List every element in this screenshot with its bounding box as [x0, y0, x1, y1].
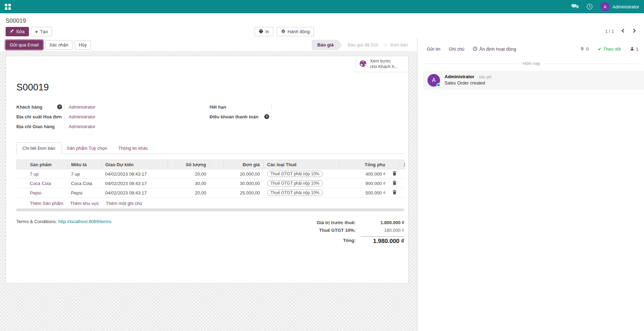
action-button[interactable]: Hành động: [277, 27, 314, 36]
product-link[interactable]: Coca Cola: [30, 181, 51, 186]
message-author: Administrator: [445, 74, 474, 79]
tab-optional-products[interactable]: Sản phẩm Tuỳ chọn: [61, 143, 113, 154]
field-invoice-address: Địa chỉ xuất Hoá đơn Administrator: [16, 112, 210, 122]
help-icon: ?: [57, 104, 62, 109]
col-taxes: Các loại Thuế: [264, 160, 340, 169]
col-description: Miêu tả: [68, 160, 102, 169]
apps-menu-icon[interactable]: [5, 4, 11, 10]
form-background: Xem trước cho Khách h... S00019 Khách hà…: [0, 52, 417, 331]
create-button[interactable]: + Tạo: [31, 27, 52, 36]
user-avatar: A: [600, 2, 609, 11]
add-product-link[interactable]: Thêm Sản phẩm: [30, 201, 63, 206]
attachment-count: 0: [586, 46, 589, 52]
total-value: 1.980.000 ₫: [361, 236, 404, 245]
control-panel: S00019 Sửa + Tạo In Hành động 1 / 1: [0, 13, 644, 38]
field-expiration: Hết hạn: [210, 102, 403, 112]
field-payment-terms: Điều khoản thanh toán?: [210, 112, 403, 122]
delete-line-icon[interactable]: [389, 169, 399, 179]
message-avatar: A: [427, 74, 440, 87]
paperclip-icon: [580, 46, 584, 52]
person-icon: [630, 46, 634, 52]
col-delivery: Giao Dự kiến: [102, 160, 168, 169]
order-line-row[interactable]: 7 up 7 up 04/02/2023 08:43:17 20,00 20.0…: [17, 169, 404, 179]
edit-button[interactable]: Sửa: [6, 27, 29, 36]
add-section-link[interactable]: Thêm khu vực: [70, 201, 99, 206]
user-menu[interactable]: A Administrator: [600, 2, 639, 11]
online-status-dot: [437, 83, 440, 87]
chatter-message[interactable]: A Administrator - bây giờ Sales Order cr…: [423, 71, 644, 90]
tax-badge: Thuế GTGT phải nộp 10%: [267, 180, 323, 186]
notebook-tabs: Chi tiết Đơn bán Sản phẩm Tuỳ chọn Thông…: [16, 142, 403, 154]
pager-previous-icon[interactable]: [621, 28, 625, 34]
col-unit-price: Đơn giá: [224, 160, 264, 169]
check-icon: ✔: [598, 46, 601, 52]
chatter-toolbar: Gửi tin Ghi chú Ấn định hoạt động 0 ✔ Th…: [417, 38, 644, 56]
top-navbar: A Administrator: [0, 0, 644, 13]
help-icon: ?: [264, 114, 269, 119]
field-delivery-address: Địa chỉ Giao hàng Administrator: [16, 122, 210, 131]
pager: 1 / 1: [605, 28, 636, 34]
schedule-activity-button[interactable]: Ấn định hoạt động: [473, 46, 516, 52]
follower-count: 1: [636, 46, 638, 52]
globe-icon: [359, 60, 367, 68]
chatter-panel: Gửi tin Ghi chú Ấn định hoạt động 0 ✔ Th…: [417, 38, 644, 331]
order-title: S00019: [16, 82, 403, 93]
delivery-address-link[interactable]: Administrator: [65, 124, 96, 129]
col-qty: Số lượng: [168, 160, 210, 169]
stage-pipeline: Báo giá Báo giá đã Gửi Đơn bán: [312, 40, 414, 50]
sales-order-sheet: Xem trước cho Khách h... S00019 Khách hà…: [6, 56, 409, 284]
col-delete: [389, 160, 399, 169]
stage-quotation[interactable]: Báo giá: [312, 40, 342, 50]
breadcrumb: S00019: [6, 17, 26, 24]
field-customer: Khách hàng? Administrator: [16, 102, 210, 112]
date-divider: Hôm nay: [424, 61, 639, 66]
table-horizontal-scrollbar[interactable]: [16, 208, 404, 211]
gear-icon: [281, 29, 286, 35]
customer-preview-button[interactable]: Xem trước cho Khách h...: [355, 56, 408, 72]
optional-columns-icon[interactable]: ⋮: [399, 160, 404, 169]
customer-link[interactable]: Administrator: [65, 104, 96, 110]
user-name: Administrator: [612, 4, 639, 9]
order-line-row[interactable]: Coca Cola Coca Cola 04/02/2023 08:43:17 …: [17, 179, 404, 188]
delete-line-icon[interactable]: [389, 188, 399, 198]
terms-link[interactable]: http://localhost:8069/terms: [58, 219, 111, 224]
order-line-row[interactable]: Pepsi Pepsi 04/02/2023 08:43:17 20,00 25…: [17, 188, 404, 198]
stage-quotation-sent[interactable]: Báo giá đã Gửi: [342, 40, 384, 50]
print-button[interactable]: In: [255, 27, 273, 36]
tax-badge: Thuế GTGT phải nộp 10%: [267, 171, 323, 177]
stage-sales-order[interactable]: Đơn bán: [385, 40, 414, 50]
add-note-link[interactable]: Thêm một ghi chú: [106, 201, 142, 206]
col-product: Sản phẩm: [26, 160, 68, 169]
product-link[interactable]: Pepsi: [30, 190, 41, 196]
product-link[interactable]: 7 up: [30, 171, 39, 177]
activity-clock-icon: [473, 46, 477, 52]
delete-line-icon[interactable]: [389, 179, 399, 188]
attachments-button[interactable]: 0: [580, 46, 589, 52]
untaxed-amount-value: 1.800.000 ₫: [361, 220, 404, 225]
tab-other-info[interactable]: Thông tin khác: [113, 143, 153, 154]
tab-order-lines[interactable]: Chi tiết Đơn bán: [16, 142, 61, 154]
col-uom: [210, 160, 224, 169]
activities-clock-icon[interactable]: [586, 3, 593, 10]
tax-badge: Thuế GTGT phải nộp 10%: [267, 190, 323, 196]
pager-next-icon[interactable]: [632, 28, 636, 34]
pager-value[interactable]: 1 / 1: [605, 29, 614, 34]
log-note-button[interactable]: Ghi chú: [449, 46, 464, 52]
followers-button[interactable]: 1: [630, 46, 638, 52]
confirm-button[interactable]: Xác nhận: [45, 40, 73, 50]
terms-and-conditions: Terms & Conditions: http://localhost:806…: [16, 219, 111, 246]
odoo-sales-order-screen: A Administrator S00019 Sửa + Tạo In: [0, 0, 644, 331]
total-label: Tổng:: [289, 238, 361, 243]
statusbar: Gửi qua Email Xác nhận Hủy Báo giá Báo g…: [0, 38, 417, 52]
add-line-row: Thêm Sản phẩm Thêm khu vực Thêm một ghi …: [17, 198, 404, 207]
send-by-email-button[interactable]: Gửi qua Email: [6, 40, 43, 50]
message-time: - bây giờ: [477, 75, 492, 79]
following-button[interactable]: ✔ Theo dõi: [598, 46, 621, 52]
message-body: Sales Order created: [445, 80, 492, 86]
cancel-button[interactable]: Hủy: [75, 40, 91, 50]
send-message-button[interactable]: Gửi tin: [427, 46, 440, 52]
messages-icon[interactable]: [571, 4, 579, 10]
pencil-icon: [10, 29, 14, 34]
invoice-address-link[interactable]: Administrator: [65, 114, 96, 119]
col-subtotal: Tổng phụ: [340, 160, 389, 169]
